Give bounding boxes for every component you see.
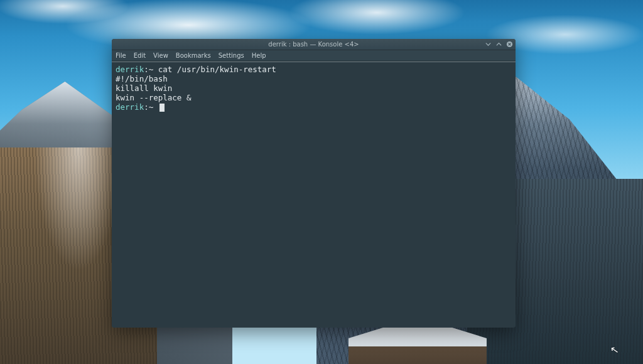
terminal-command: cat /usr/bin/kwin-restart: [158, 65, 276, 74]
menu-bookmarks[interactable]: Bookmarks: [176, 52, 211, 59]
terminal-output-line: #!/bin/bash: [116, 74, 168, 83]
terminal-cursor: [159, 104, 165, 112]
window-titlebar[interactable]: derrik : bash — Konsole <4>: [112, 39, 516, 50]
prompt-sep: :~: [144, 102, 153, 112]
menu-help[interactable]: Help: [252, 52, 266, 59]
menu-view[interactable]: View: [153, 52, 168, 59]
chevron-down-icon: [485, 41, 492, 48]
chevron-up-icon: [495, 41, 502, 48]
prompt-user: derrik: [116, 65, 144, 74]
menu-bar: File Edit View Bookmarks Settings Help: [112, 50, 516, 62]
menu-settings[interactable]: Settings: [219, 52, 244, 59]
prompt-sep: :~: [144, 65, 153, 74]
terminal-viewport[interactable]: derrik:~ cat /usr/bin/kwin-restart #!/bi…: [112, 62, 516, 328]
maximize-button[interactable]: [495, 40, 502, 48]
menu-file[interactable]: File: [116, 52, 126, 59]
terminal-output-line: kwin --replace &: [116, 93, 191, 102]
prompt-user: derrik: [116, 102, 144, 112]
window-controls: [484, 40, 513, 48]
konsole-window[interactable]: derrik : bash — Konsole <4> File Edit Vi…: [112, 39, 516, 328]
menu-edit[interactable]: Edit: [134, 52, 146, 59]
minimize-button[interactable]: [484, 40, 492, 48]
window-title: derrik : bash — Konsole <4>: [268, 41, 359, 48]
close-button[interactable]: [505, 40, 513, 48]
close-icon: [506, 41, 513, 48]
terminal-output-line: killall kwin: [116, 83, 172, 93]
